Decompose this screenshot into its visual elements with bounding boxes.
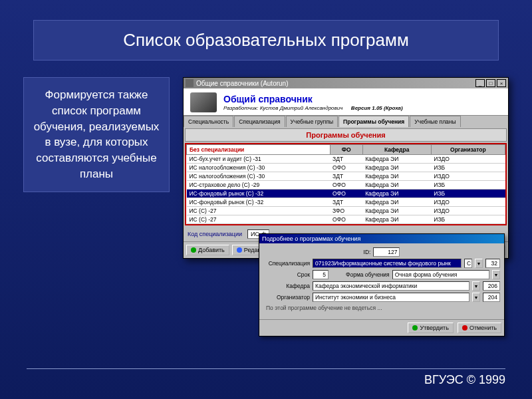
form-label: Форма обучения — [346, 271, 390, 278]
tab-plans[interactable]: Учебные планы — [410, 116, 460, 127]
spec-label: Специализация — [263, 260, 310, 267]
spec-dropdown[interactable]: ▼ — [475, 259, 483, 268]
window-title: Общие справочники (Autorun) — [196, 80, 288, 87]
table-wrap: Без специализации ФО Кафедра Организатор… — [185, 143, 507, 225]
slide-footer: ВГУЭС © 1999 — [27, 368, 505, 387]
col-name[interactable]: Без специализации — [187, 145, 331, 155]
table-row[interactable]: ИС (С) -27ОФОКафедра ЭИИЗБ — [187, 215, 505, 224]
table-row[interactable]: ИС-страховое дело (С) -29ОФОКафедра ЭИИЗ… — [187, 181, 505, 190]
col-org[interactable]: Организатор — [431, 145, 505, 155]
org-label: Организатор — [263, 294, 310, 301]
maximize-button[interactable]: □ — [486, 79, 495, 87]
tab-bar: Специальность Специализация Учебные груп… — [184, 115, 508, 127]
spec-num-field[interactable]: 32 — [485, 259, 500, 268]
add-button[interactable]: Добавить — [186, 245, 229, 255]
close-button[interactable]: × — [497, 79, 506, 87]
window-titlebar: Общие справочники (Autorun) _ □ × — [184, 78, 508, 88]
tab-groups[interactable]: Учебные группы — [286, 116, 338, 127]
col-fo[interactable]: ФО — [330, 145, 362, 155]
confirm-button[interactable]: Утвердить — [408, 323, 453, 333]
tab-specialization[interactable]: Специализация — [234, 116, 285, 127]
programs-table[interactable]: Без специализации ФО Кафедра Организатор… — [186, 144, 505, 224]
table-row[interactable]: ИС-бух.учет и аудит (С) -31ЗДТКафедра ЭИ… — [187, 155, 505, 164]
check-icon — [412, 325, 418, 331]
col-dept[interactable]: Кафедра — [362, 145, 431, 155]
id-field[interactable]: 127 — [373, 247, 400, 257]
term-label: Срок — [263, 271, 310, 278]
spec-field[interactable]: 071923Информационные системы фондового р… — [313, 259, 462, 268]
slide-title: Список образовательных программ — [33, 20, 499, 61]
form-field[interactable]: Очная форма обучения — [392, 270, 489, 279]
dept-field[interactable]: Кафедра экономической информатики — [313, 281, 469, 291]
plus-icon — [191, 247, 196, 253]
code-label: Код специализации — [188, 231, 242, 237]
org-num-field[interactable]: 204 — [483, 293, 500, 302]
id-label: ID: — [364, 249, 371, 255]
app-window: Общие справочники (Autorun) _ □ × Общий … — [183, 77, 509, 259]
minimize-button[interactable]: _ — [475, 79, 485, 87]
term-field[interactable]: 5 — [313, 270, 329, 279]
table-row[interactable]: ИС налогообложения (С) -30ОФОКафедра ЭИИ… — [187, 164, 505, 172]
cancel-icon — [462, 325, 467, 331]
table-row[interactable]: ИС налогообложения (С) -30ЗДТКафедра ЭИИ… — [187, 172, 505, 181]
app-icon — [186, 79, 194, 87]
details-dialog: Подробнее о программах обучения ID: 127 … — [259, 233, 505, 336]
header-block: Общий справочник Разработчик: Кустов Дми… — [184, 88, 508, 115]
edit-icon — [237, 247, 242, 253]
version-label: Версия 1.05 (Кроха) — [351, 105, 403, 111]
table-row[interactable]: ИС-фондовый рынок (С) -32ЗДТКафедра ЭИИЗ… — [187, 198, 505, 207]
cancel-button[interactable]: Отменить — [458, 323, 501, 333]
section-title: Программы обучения — [185, 128, 507, 142]
dept-label: Кафедра — [263, 283, 310, 289]
form-dropdown[interactable]: ▼ — [492, 270, 500, 279]
table-row[interactable]: ИС-фондовый рынок (С) -32ОФОКафедра ЭИИЗ… — [187, 190, 505, 198]
tab-programs[interactable]: Программы обучения — [338, 116, 409, 127]
tab-speciality[interactable]: Специальность — [184, 116, 233, 127]
dept-num-field[interactable]: 206 — [483, 281, 500, 291]
dialog-title: Подробнее о программах обучения — [259, 234, 504, 243]
dept-dropdown[interactable]: ▼ — [472, 281, 480, 291]
header-title: Общий справочник — [223, 94, 501, 104]
org-dropdown[interactable]: ▼ — [472, 293, 480, 302]
slide-left-text: Формируется также список программ обучен… — [23, 77, 170, 192]
developer-label: Разработчик: Кустов Дмитрий Александрови… — [223, 105, 342, 111]
table-row[interactable]: ИС (С) -27ЗФОКафедра ЭИИЗДО — [187, 207, 505, 215]
spec-code-field[interactable]: С — [464, 259, 472, 268]
org-field[interactable]: Институт экономики и бизнеса — [313, 293, 469, 302]
header-logo-icon — [190, 92, 217, 112]
dialog-note: По этой программе обучение не ведеться .… — [266, 305, 500, 311]
